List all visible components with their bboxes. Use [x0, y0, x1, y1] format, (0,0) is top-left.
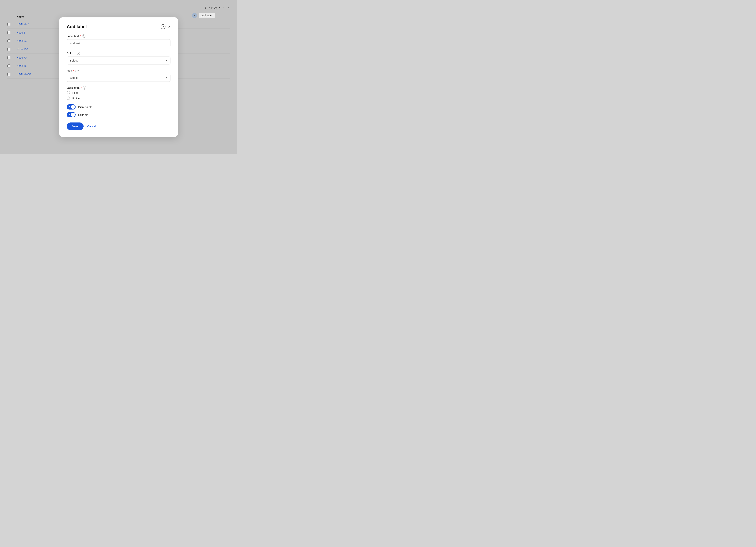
- modal-help-icon[interactable]: ?: [161, 24, 165, 29]
- modal-overlay: Add label ? × Label text * ? Color * ? S: [0, 0, 237, 154]
- label-type-group: Label type * ? Filled Unfilled: [67, 86, 170, 100]
- modal-title: Add label: [67, 24, 87, 29]
- toggle-dismissible-knob: [71, 105, 75, 109]
- label-type-help-icon[interactable]: ?: [83, 86, 86, 89]
- radio-unfilled-circle: [67, 97, 70, 100]
- save-button[interactable]: Save: [67, 122, 84, 130]
- modal-header: Add label ? ×: [67, 24, 170, 29]
- color-select-placeholder: Select: [70, 59, 78, 62]
- toggle-dismissible-check: ✓: [68, 106, 70, 108]
- label-text-required: *: [80, 35, 81, 38]
- label-text-label: Label text * ?: [67, 34, 170, 38]
- color-select-arrow: ▾: [166, 59, 167, 62]
- toggle-dismissible-switch[interactable]: ✓: [67, 104, 76, 110]
- icon-required: *: [73, 69, 74, 72]
- cancel-button[interactable]: Cancel: [87, 125, 96, 128]
- label-type-radio-group: Filled Unfilled: [67, 91, 170, 100]
- toggle-dismissible: ✓ Dismissible: [67, 104, 170, 110]
- icon-help-icon[interactable]: ?: [75, 69, 79, 72]
- toggle-dismissible-label: Dismissible: [78, 105, 92, 109]
- modal-header-actions: ? ×: [161, 24, 170, 29]
- toggle-editable-check: ✓: [68, 113, 70, 116]
- radio-filled[interactable]: Filled: [67, 91, 170, 94]
- toggle-group: ✓ Dismissible ✓ Editable: [67, 104, 170, 117]
- color-select[interactable]: Select ▾: [67, 57, 170, 64]
- label-text-label-text: Label text: [67, 35, 79, 38]
- color-help-icon[interactable]: ?: [77, 52, 80, 55]
- icon-label: Icon * ?: [67, 69, 170, 72]
- form-actions: Save Cancel: [67, 122, 170, 130]
- icon-group: Icon * ? Select ▾: [67, 69, 170, 82]
- color-label-text: Color: [67, 52, 74, 55]
- toggle-editable-switch[interactable]: ✓: [67, 112, 76, 117]
- modal-close-icon[interactable]: ×: [168, 25, 170, 29]
- radio-unfilled-label: Unfilled: [72, 97, 81, 100]
- radio-filled-label: Filled: [72, 91, 79, 94]
- toggle-editable-label: Editable: [78, 113, 88, 116]
- toggle-editable-knob: [71, 113, 75, 117]
- label-text-input[interactable]: [67, 39, 170, 47]
- icon-select[interactable]: Select ▾: [67, 74, 170, 82]
- color-label: Color * ?: [67, 52, 170, 55]
- icon-select-placeholder: Select: [70, 76, 78, 79]
- toggle-editable: ✓ Editable: [67, 112, 170, 117]
- radio-filled-circle: [67, 91, 70, 94]
- add-label-modal: Add label ? × Label text * ? Color * ? S: [59, 17, 178, 137]
- color-group: Color * ? Select ▾: [67, 52, 170, 64]
- radio-unfilled[interactable]: Unfilled: [67, 97, 170, 100]
- label-text-group: Label text * ?: [67, 34, 170, 47]
- label-type-label-text: Label type: [67, 86, 79, 89]
- icon-label-text: Icon: [67, 69, 72, 72]
- label-type-required: *: [81, 86, 82, 89]
- icon-select-arrow: ▾: [166, 76, 167, 79]
- label-type-label: Label type * ?: [67, 86, 170, 89]
- label-text-help-icon[interactable]: ?: [82, 34, 85, 38]
- color-required: *: [75, 52, 76, 55]
